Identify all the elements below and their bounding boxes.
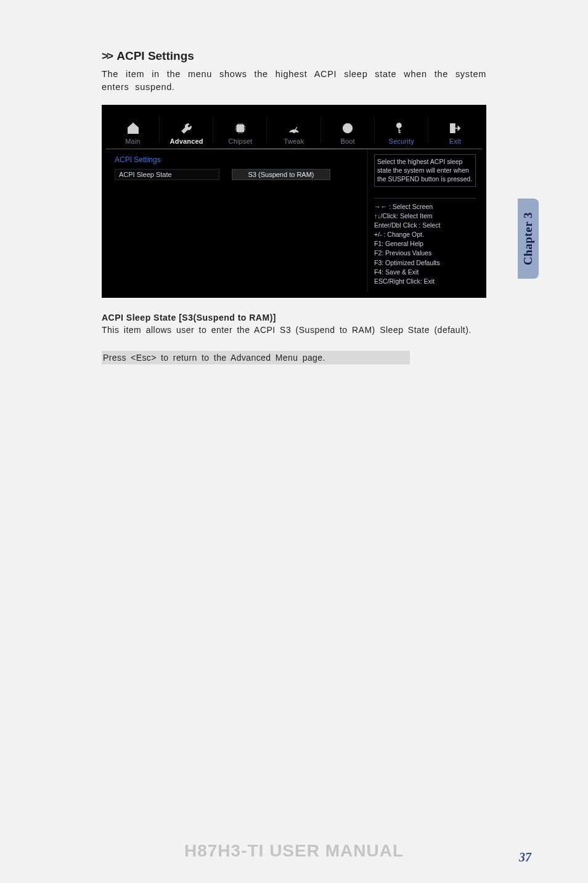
tab-exit[interactable]: Exit bbox=[428, 110, 482, 149]
bios-option-label[interactable]: ACPI Sleep State bbox=[115, 169, 219, 180]
tab-label: Advanced bbox=[170, 138, 203, 145]
exit-icon bbox=[448, 121, 462, 135]
bios-key-line: F4: Save & Exit bbox=[374, 268, 476, 276]
section-title: ACPI Settings bbox=[116, 49, 194, 63]
tab-tweak[interactable]: Tweak bbox=[267, 110, 321, 149]
tab-label: Boot bbox=[340, 138, 354, 145]
bios-key-line: +/- : Change Opt. bbox=[374, 230, 476, 239]
tab-label: Chipset bbox=[229, 138, 253, 145]
home-icon bbox=[126, 121, 140, 135]
footer-title: H87H3-TI USER MANUAL bbox=[0, 841, 588, 861]
tab-boot[interactable]: Boot bbox=[321, 110, 375, 149]
tab-security[interactable]: Security bbox=[375, 110, 428, 149]
bios-key-line: ↑↓/Click: Select Item bbox=[374, 212, 476, 220]
chevron-icon: >> bbox=[102, 49, 112, 63]
bios-help-panel: Select the highest ACPI sleep state the … bbox=[367, 149, 482, 292]
item-heading: ACPI Sleep State [S3(Suspend to RAM)] bbox=[102, 313, 486, 322]
bios-key-line: Enter/Dbl Click : Select bbox=[374, 221, 476, 229]
bios-group-title: ACPI Settings bbox=[115, 155, 361, 164]
tab-main[interactable]: Main bbox=[106, 110, 160, 149]
tab-label: Security bbox=[389, 138, 414, 145]
tab-advanced[interactable]: Advanced bbox=[160, 110, 213, 149]
item-desc: This item allows user to enter the ACPI … bbox=[102, 325, 486, 335]
bios-key-line: F1: General Help bbox=[374, 239, 476, 248]
section-heading: >> ACPI Settings bbox=[102, 49, 486, 63]
tab-label: Exit bbox=[449, 138, 461, 145]
key-icon bbox=[394, 121, 408, 135]
bios-key-line: F2: Previous Values bbox=[374, 248, 476, 257]
bios-key-line: F3: Optimized Defaults bbox=[374, 258, 476, 267]
bios-left-panel: ACPI Settings ACPI Sleep State S3 (Suspe… bbox=[106, 149, 367, 292]
bios-tabbar: Main Advanced Chipset bbox=[106, 110, 482, 149]
bios-screenshot: Main Advanced Chipset bbox=[102, 105, 486, 298]
wrench-icon bbox=[180, 121, 194, 135]
bios-key-line: →← : Select Screen bbox=[374, 202, 476, 211]
page-number: 37 bbox=[519, 850, 531, 865]
bios-key-line: ESC/Right Click: Exit bbox=[374, 277, 476, 285]
svg-point-4 bbox=[397, 123, 401, 128]
svg-point-2 bbox=[293, 131, 295, 133]
footer: H87H3-TI USER MANUAL bbox=[0, 841, 588, 861]
bios-option-value[interactable]: S3 (Suspend to RAM) bbox=[232, 169, 330, 180]
esc-note: Press <Esc> to return to the Advanced Me… bbox=[102, 351, 410, 364]
tab-label: Tweak bbox=[284, 138, 304, 145]
power-icon bbox=[341, 121, 354, 135]
chapter-label: Chapter 3 bbox=[521, 212, 535, 265]
tab-label: Main bbox=[125, 138, 141, 145]
chapter-side-tab: Chapter 3 bbox=[518, 199, 539, 279]
section-desc: The item in the menu shows the highest A… bbox=[102, 68, 486, 94]
bios-key-help: →← : Select Screen ↑↓/Click: Select Item… bbox=[374, 198, 476, 286]
bios-help-text: Select the highest ACPI sleep state the … bbox=[374, 154, 476, 187]
gauge-icon bbox=[287, 121, 301, 135]
tab-chipset[interactable]: Chipset bbox=[213, 110, 267, 149]
chip-icon bbox=[234, 121, 247, 135]
svg-rect-1 bbox=[239, 126, 242, 130]
